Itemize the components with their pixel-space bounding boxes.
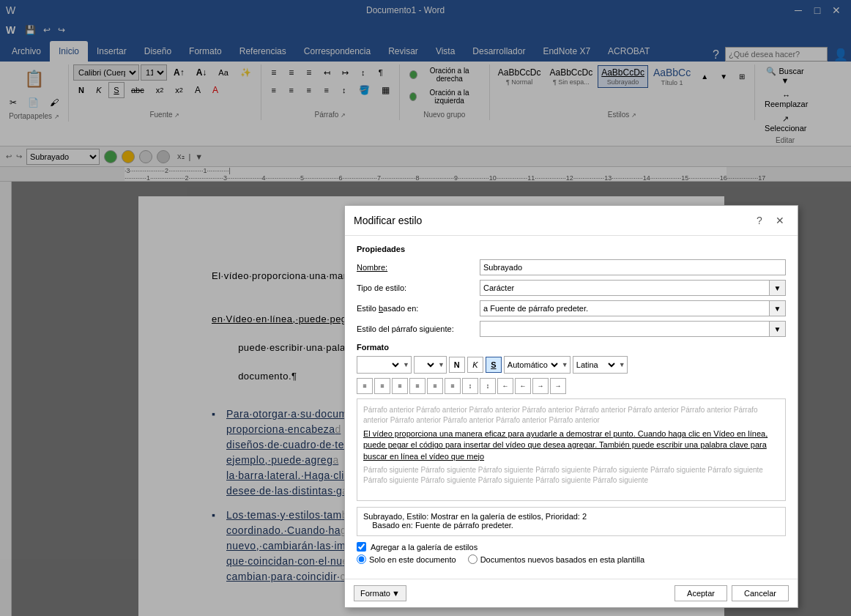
formato-title: Formato: [357, 343, 786, 352]
align-toolbar: ≡ ≡ ≡ ≡ ≡ ≡ ↕ ↕ ← ← → →: [357, 378, 786, 394]
align-justify-btn[interactable]: ≡: [409, 378, 426, 394]
format-font-script[interactable]: Latina: [573, 357, 617, 373]
tipo-estilo-row: Tipo de estilo: ▼: [357, 280, 786, 296]
indent-left-btn[interactable]: ←: [497, 378, 513, 394]
modificar-estilo-modal: Modificar estilo ? ✕ Propiedades Nombre:…: [344, 205, 798, 608]
modal-body: Propiedades Nombre: Tipo de estilo: ▼ Es…: [345, 236, 798, 579]
modal-overlay: Modificar estilo ? ✕ Propiedades Nombre:…: [0, 0, 851, 616]
preview-after-text: Párrafo siguiente Párrafo siguiente Párr…: [363, 465, 779, 486]
formato-dropdown-btn[interactable]: Formato ▼: [354, 585, 406, 601]
format-font-size-arrow[interactable]: ▼: [436, 361, 446, 368]
line-spacing2-btn[interactable]: ↕: [480, 378, 496, 394]
radio-row: Solo en este documento Documentos nuevos…: [357, 554, 786, 564]
preview-current-text: El vídeo proporciona una manera eficaz p…: [363, 428, 779, 462]
radio-documentos-nuevos: Documentos nuevos basados en esta planti…: [468, 554, 644, 564]
indent-right-btn[interactable]: →: [532, 378, 549, 394]
checkbox-label: Agregar a la galería de estilos: [371, 543, 477, 552]
tipo-estilo-input[interactable]: [480, 280, 770, 296]
agregar-galeria-checkbox[interactable]: [357, 542, 366, 552]
format-underline-btn[interactable]: S: [486, 357, 502, 373]
modal-footer: Formato ▼ Aceptar Cancelar: [345, 579, 798, 607]
estilo-basado-arrow[interactable]: ▼: [770, 300, 786, 316]
format-italic-btn[interactable]: K: [467, 357, 483, 373]
indent-left2-btn[interactable]: ←: [515, 378, 531, 394]
checkbox-row: Agregar a la galería de estilos: [357, 542, 786, 552]
cancelar-btn[interactable]: Cancelar: [732, 585, 789, 601]
nombre-input[interactable]: [480, 259, 786, 275]
line-spacing-btn[interactable]: ↕: [462, 378, 478, 394]
align-center-btn[interactable]: ≡: [374, 378, 390, 394]
align-btn5[interactable]: ≡: [427, 378, 443, 394]
modal-close-btn[interactable]: ✕: [771, 212, 789, 229]
tipo-estilo-label: Tipo de estilo:: [357, 283, 474, 292]
formato-btn-label: Formato: [360, 589, 390, 598]
align-left-btn[interactable]: ≡: [357, 378, 373, 394]
preview-before-text: Párrafo anterior Párrafo anterior Párraf…: [363, 405, 779, 426]
estilo-basado-input[interactable]: [480, 300, 770, 316]
modal-controls: ? ✕: [751, 212, 789, 229]
format-font-family[interactable]: [357, 357, 401, 373]
style-description-text: Subrayado, Estilo: Mostrar en la galería…: [363, 512, 587, 530]
propiedades-title: Propiedades: [357, 245, 786, 253]
format-font-size[interactable]: [415, 357, 436, 373]
formato-btn-arrow: ▼: [392, 589, 400, 598]
nombre-row: Nombre:: [357, 259, 786, 275]
format-font-family-arrow[interactable]: ▼: [401, 361, 411, 368]
aceptar-btn[interactable]: Aceptar: [675, 585, 727, 601]
estilo-basado-label: Estilo basado en:: [357, 304, 474, 313]
format-bold-btn[interactable]: N: [449, 357, 465, 373]
modal-title: Modificar estilo: [354, 215, 422, 226]
estilo-parrafo-label: Estilo del párrafo siguiente:: [357, 324, 474, 333]
indent-right2-btn[interactable]: →: [550, 378, 566, 394]
tipo-estilo-arrow[interactable]: ▼: [770, 280, 786, 296]
estilo-basado-row: Estilo basado en: ▼: [357, 300, 786, 316]
estilo-parrafo-input[interactable]: [480, 321, 770, 337]
estilo-parrafo-arrow[interactable]: ▼: [770, 321, 786, 337]
nombre-label: Nombre:: [357, 263, 474, 272]
format-font-script-arrow[interactable]: ▼: [617, 361, 627, 368]
radio-solo-input[interactable]: [357, 554, 366, 564]
format-color-arrow[interactable]: ▼: [560, 361, 570, 368]
format-toolbar: ▼ ▼ N K S Automático: [357, 356, 786, 374]
footer-action-btns: Aceptar Cancelar: [675, 585, 789, 601]
format-color-select[interactable]: Automático: [505, 357, 560, 373]
modal-help-btn[interactable]: ?: [751, 212, 768, 229]
radio-solo-documento: Solo en este documento: [357, 554, 456, 564]
modal-title-bar: Modificar estilo ? ✕: [345, 206, 798, 236]
align-btn6[interactable]: ≡: [445, 378, 461, 394]
app-window: W Documento1 - Word ─ □ ✕ W 💾 ↩ ↪ Archiv…: [0, 0, 851, 616]
style-preview-box: Párrafo anterior Párrafo anterior Párraf…: [357, 398, 786, 501]
estilo-parrafo-row: Estilo del párrafo siguiente: ▼: [357, 321, 786, 337]
radio-nuevos-label: Documentos nuevos basados en esta planti…: [480, 555, 644, 564]
style-description-box: Subrayado, Estilo: Mostrar en la galería…: [357, 507, 786, 536]
radio-nuevos-input[interactable]: [468, 554, 477, 564]
radio-solo-label: Solo en este documento: [369, 555, 456, 564]
align-right-btn[interactable]: ≡: [392, 378, 408, 394]
